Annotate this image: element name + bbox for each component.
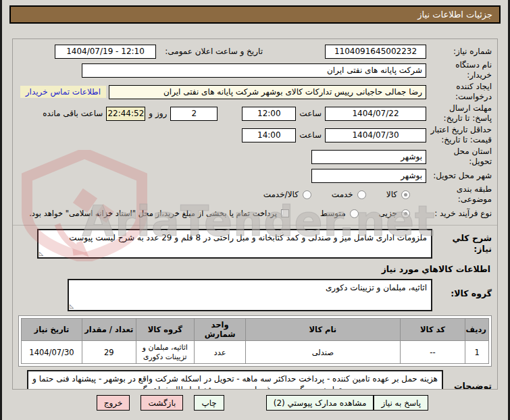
category-option-goods-service[interactable]: کالا/خدمت [263, 190, 311, 199]
row-process: نوع فرآیند خرید : جزیی متوسط پرداخت تمام… [18, 206, 492, 221]
goods-group-textarea[interactable]: اثاثیه، مبلمان و تزیینات دکوری [68, 279, 432, 311]
cell-need-date: 1404/07/30 [22, 341, 82, 364]
announce-datetime-label: تاریخ و ساعت اعلان عمومی: [156, 47, 263, 56]
cell-item-name: صندلی [246, 341, 400, 364]
radio-service-icon[interactable] [357, 190, 366, 199]
back-button[interactable]: بازگشت [141, 395, 183, 411]
cell-row-number: 1 [465, 341, 489, 364]
radio-minor-icon[interactable] [401, 209, 410, 218]
row-need-description: شرح کلي نیاز: ملزومات اداری شامل میز و ص… [18, 229, 492, 259]
page-title: جزئیات اطلاعات نیاز [9, 5, 501, 24]
buyer-org-label: نام دستگاه خریدار: [426, 60, 492, 80]
days-remaining-suffix: روز و [149, 109, 167, 118]
col-row-number: ردیف [465, 319, 489, 341]
process-option-medium-label: متوسط [320, 209, 346, 218]
row-city: شهر محل تحویل: بوشهر [18, 168, 492, 183]
category-option-goods-label: کالا [386, 190, 397, 199]
process-option-minor[interactable]: جزیی [379, 209, 410, 218]
treasury-checkbox-option[interactable]: پرداخت تمام یا بخشی از مبلغ خرید،از محل … [29, 209, 289, 218]
buyer-notes-label: توضیحات خریدار: [443, 370, 492, 390]
category-label: طبقه بندی موضوعی: [426, 184, 492, 205]
tender-detail-page: جزئیات اطلاعات نیاز شماره نیاز: 11040916… [0, 0, 510, 420]
print-button[interactable]: چاپ [194, 395, 224, 411]
table-row[interactable]: 1 -- صندلی عدد اثاثیه، مبلمان و تزیینات … [22, 341, 489, 364]
countdown-suffix: ساعت باقی مانده [43, 109, 103, 118]
deadline-time-input[interactable]: 12:00 [242, 107, 296, 121]
cell-group: اثاثیه، مبلمان و تزیینات دکوری [136, 341, 195, 364]
category-option-service[interactable]: خدمت [332, 190, 366, 199]
countdown-input[interactable]: 22:44:52 [106, 107, 145, 121]
creator-input[interactable]: رضا جمالی حاجیانی رییس تدارکات کالای بوش… [109, 85, 426, 99]
category-option-goods[interactable]: کالا [386, 190, 410, 199]
goods-table-container: ردیف کد کالا نام کالا واحد شمارش گروه کا… [18, 315, 492, 367]
goods-table: ردیف کد کالا نام کالا واحد شمارش گروه کا… [21, 318, 489, 364]
col-quantity: تعداد / مقدار [82, 319, 136, 341]
main-panel: شماره نیاز: 1104091645002232 تاریخ و ساع… [12, 38, 498, 390]
creator-label: ایجاد کننده درخواست: [426, 82, 492, 102]
goods-table-header-row: ردیف کد کالا نام کالا واحد شمارش گروه کا… [22, 319, 489, 341]
action-button-bar: پاسخ به نیاز مشاهده مدارک پیوستي (2) چاپ… [2, 395, 508, 411]
cell-quantity: 29 [82, 341, 136, 364]
row-category: طبقه بندی موضوعی: کالا خدمت کالا/خدمت [18, 184, 492, 205]
treasury-checkbox-label: پرداخت تمام یا بخشی از مبلغ خرید،از محل … [29, 209, 277, 218]
province-label: استان محل تحویل: [426, 147, 492, 167]
cell-item-code: -- [400, 341, 465, 364]
row-validity: حداقل تاریخ اعتبار قیمت: تا تاریخ: 1404/… [18, 125, 492, 145]
row-buyer-notes: توضیحات خریدار: هزینه حمل بر عهده تامین … [18, 370, 492, 390]
need-number-label: شماره نیاز: [426, 47, 492, 57]
need-description-label: شرح کلي نیاز: [432, 229, 492, 255]
process-label: نوع فرآیند خرید : [426, 209, 492, 219]
goods-section-header: اطلاعات کالاهاي مورد نیاز [18, 264, 490, 275]
buyer-notes-textarea[interactable]: هزینه حمل بر عهده تامین کننده - پرداخت ح… [27, 370, 443, 390]
row-deadline: مهلت ارسال پاسخ: تا تاریخ: 1404/07/22 سا… [18, 103, 492, 124]
province-input[interactable]: بوشهر [311, 150, 426, 164]
city-input[interactable]: بوشهر [311, 169, 426, 183]
treasury-checkbox-icon[interactable] [281, 209, 289, 217]
category-option-goods-service-label: کالا/خدمت [263, 190, 299, 199]
validity-date-input[interactable]: 1404/07/30 [325, 128, 426, 142]
row-province: استان محل تحویل: بوشهر [18, 147, 492, 167]
col-item-code: کد کالا [400, 319, 465, 341]
respond-button[interactable]: پاسخ به نیاز [374, 395, 428, 411]
radio-medium-icon[interactable] [350, 209, 359, 218]
col-unit: واحد شمارش [195, 319, 246, 341]
col-group: گروه کالا [136, 319, 195, 341]
col-item-name: نام کالا [246, 319, 400, 341]
deadline-date-input[interactable]: 1404/07/22 [325, 107, 426, 121]
cell-unit: عدد [195, 341, 246, 364]
row-need-number: شماره نیاز: 1104091645002232 تاریخ و ساع… [18, 44, 492, 59]
validity-time-input[interactable]: 14:00 [242, 128, 296, 142]
announce-datetime-input[interactable]: 1404/07/19 - 12:10 [55, 45, 156, 59]
section-divider [13, 225, 497, 226]
row-creator: ایجاد کننده درخواست: رضا جمالی حاجیانی ر… [18, 82, 492, 102]
col-need-date: تاریخ نیاز [22, 319, 82, 341]
city-label: شهر محل تحویل: [426, 171, 492, 181]
need-description-textarea[interactable]: ملزومات اداری شامل میز و صندلی و کمد کتا… [37, 229, 432, 259]
view-attachments-button[interactable]: مشاهده مدارک پیوستي (2) [266, 395, 374, 411]
validity-label: حداقل تاریخ اعتبار قیمت: تا تاریخ: [426, 125, 492, 145]
radio-goods-service-icon[interactable] [303, 190, 311, 199]
deadline-label: مهلت ارسال پاسخ: تا تاریخ: [426, 103, 492, 124]
row-buyer-org: نام دستگاه خریدار: شرکت پایانه های نفتی … [18, 60, 492, 80]
exit-button[interactable]: خروج [97, 395, 130, 411]
radio-goods-icon[interactable] [401, 190, 410, 199]
deadline-hour-label: ساعت [299, 109, 322, 118]
days-remaining-input[interactable]: 2 [170, 107, 218, 121]
validity-hour-label: ساعت [299, 130, 322, 140]
goods-group-label: گروه کالا: [432, 279, 492, 299]
process-option-minor-label: جزیی [379, 209, 397, 218]
need-number-input[interactable]: 1104091645002232 [325, 45, 426, 59]
row-goods-group: گروه کالا: اثاثیه، مبلمان و تزیینات دکور… [18, 279, 492, 311]
process-option-medium[interactable]: متوسط [320, 209, 359, 218]
buyer-org-input[interactable]: شرکت پایانه های نفتی ایران [82, 63, 426, 78]
buyer-contact-link[interactable]: اطلاعات تماس خریدار [20, 86, 106, 98]
category-option-service-label: خدمت [332, 190, 353, 199]
